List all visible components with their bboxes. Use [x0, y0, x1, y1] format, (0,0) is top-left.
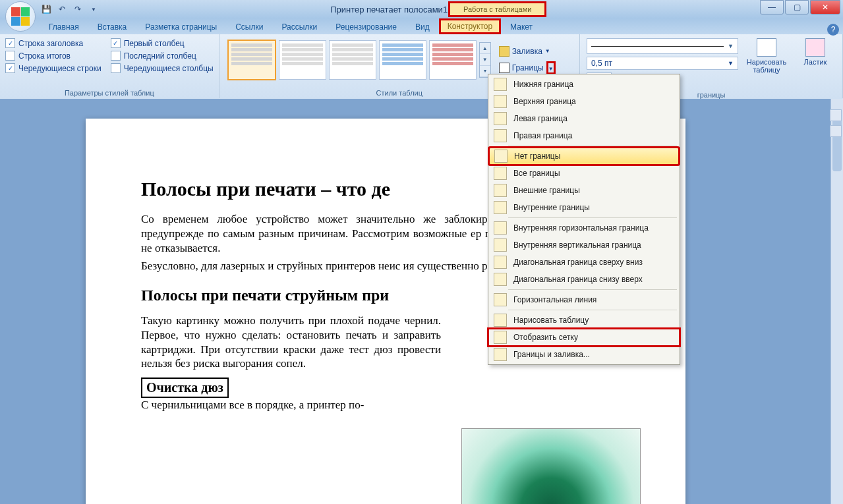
dd-borders-shading[interactable]: Границы и заливка...: [488, 346, 680, 363]
dd-inside-borders[interactable]: Внутренние границы: [488, 199, 680, 216]
document-image: [461, 428, 641, 504]
office-button[interactable]: [5, 1, 36, 32]
line-style-combo[interactable]: ▼: [587, 38, 738, 54]
dd-horizontal-line[interactable]: Горизонтальная линия: [488, 291, 680, 308]
label: Границы: [512, 63, 544, 72]
close-button[interactable]: ✕: [810, 0, 840, 14]
group-label: Параметры стилей таблиц: [5, 88, 214, 97]
check-last-col[interactable]: Последний столбец: [111, 51, 214, 61]
dd-show-grid[interactable]: Отобразить сетку: [488, 329, 680, 346]
label: Левая граница: [513, 114, 567, 123]
border-icon: [494, 256, 507, 269]
grid-icon: [494, 331, 507, 344]
tab-layout[interactable]: Макет: [501, 20, 542, 34]
scroll-down-icon[interactable]: ▼: [480, 54, 490, 65]
caret-icon: ▼: [728, 60, 734, 67]
caret-icon: ▼: [545, 48, 550, 54]
caret-icon: ▼: [548, 66, 554, 72]
label: Внутренние границы: [513, 203, 590, 212]
dd-outside-borders[interactable]: Внешние границы: [488, 182, 680, 199]
tab-review[interactable]: Рецензирование: [326, 20, 406, 34]
table-style-preview[interactable]: [227, 40, 276, 80]
doc-heading-3: Очистка дюз: [141, 378, 229, 398]
style-gallery-scroll[interactable]: ▲▼▾: [479, 42, 491, 78]
label: Диагональная граница сверху вниз: [513, 258, 643, 267]
redo-icon[interactable]: ↷: [71, 3, 84, 16]
check-banded-rows[interactable]: ✓Чередующиеся строки: [5, 63, 102, 73]
label: Диагональная граница снизу вверх: [513, 275, 643, 284]
dd-draw-table[interactable]: Нарисовать таблицу: [488, 312, 680, 329]
check-banded-cols[interactable]: Чередующиеся столбцы: [111, 63, 214, 73]
document-area: Полосы при печати – что де Со временем л…: [0, 99, 843, 504]
dd-top-border[interactable]: Верхняя граница: [488, 93, 680, 110]
label: Строка итогов: [18, 51, 71, 61]
side-icon[interactable]: [830, 125, 842, 137]
label: Нижняя граница: [513, 80, 573, 89]
label: Внутренняя вертикальная граница: [513, 240, 641, 250]
line-weight-combo[interactable]: 0,5 пт▼: [587, 57, 738, 70]
dd-bottom-border[interactable]: Нижняя граница: [488, 76, 680, 93]
undo-icon[interactable]: ↶: [55, 3, 69, 16]
value: 0,5 пт: [591, 59, 612, 68]
dd-all-borders[interactable]: Все границы: [488, 165, 680, 182]
tab-home[interactable]: Главная: [40, 20, 88, 34]
border-icon: [494, 238, 507, 252]
borders-button[interactable]: Границы▼: [495, 60, 560, 76]
label: Все границы: [513, 169, 560, 178]
table-style-preview[interactable]: [329, 40, 376, 80]
table-style-preview[interactable]: [429, 40, 477, 80]
table-style-preview[interactable]: [379, 40, 426, 80]
tab-insert[interactable]: Вставка: [88, 20, 136, 34]
label: Нарисовать таблицу: [513, 316, 589, 325]
minimize-button[interactable]: —: [760, 0, 784, 14]
label: Нарисовать таблицу: [746, 58, 787, 74]
label: Отобразить сетку: [513, 333, 578, 342]
eraser-button[interactable]: Ластик: [794, 37, 837, 90]
title-bar: 💾 ↶ ↷ ▼ Принтер печатает полосами1 - Mic…: [0, 0, 843, 18]
eraser-icon: [805, 38, 825, 57]
shading-button[interactable]: Заливка▼: [495, 45, 560, 58]
border-icon: [494, 201, 507, 214]
table-style-preview[interactable]: [279, 40, 326, 80]
separator: [508, 217, 677, 218]
hline-icon: [494, 293, 507, 306]
help-icon[interactable]: ?: [827, 24, 839, 36]
separator: [508, 289, 677, 290]
tab-view[interactable]: Вид: [406, 20, 439, 34]
check-header-row[interactable]: ✓Строка заголовка: [5, 38, 102, 48]
qat-more-icon[interactable]: ▼: [87, 3, 100, 16]
ruler-toggle-icon[interactable]: [830, 109, 842, 121]
group-table-style-options: ✓Строка заголовка Строка итогов ✓Чередую…: [0, 34, 219, 98]
tab-page-layout[interactable]: Разметка страницы: [136, 20, 226, 34]
vertical-scrollbar[interactable]: [830, 99, 843, 504]
border-icon: [494, 221, 507, 235]
dd-right-border[interactable]: Правая граница: [488, 127, 680, 144]
label: Заливка: [512, 47, 542, 56]
dd-inside-v-border[interactable]: Внутренняя вертикальная граница: [488, 237, 680, 254]
label: Ластик: [804, 58, 827, 66]
dd-left-border[interactable]: Левая граница: [488, 110, 680, 127]
dd-inside-h-border[interactable]: Внутренняя горизонтальная граница: [488, 219, 680, 237]
border-icon: [494, 167, 507, 180]
label: Границы и заливка...: [513, 350, 590, 359]
border-icon: [494, 129, 507, 142]
maximize-button[interactable]: ▢: [785, 0, 809, 14]
dd-diag-up[interactable]: Диагональная граница снизу вверх: [488, 271, 680, 288]
tab-mailings[interactable]: Рассылки: [272, 20, 326, 34]
dd-diag-down[interactable]: Диагональная граница сверху вниз: [488, 254, 680, 271]
doc-paragraph: С чернильницами все в порядке, а принтер…: [141, 398, 441, 412]
borders-dropdown: Нижняя граница Верхняя граница Левая гра…: [488, 74, 680, 365]
draw-icon: [494, 314, 507, 327]
tab-design[interactable]: Конструктор: [439, 18, 501, 34]
label: Первый столбец: [124, 39, 185, 48]
check-total-row[interactable]: Строка итогов: [5, 51, 102, 61]
label: Чередующиеся строки: [18, 64, 102, 73]
save-icon[interactable]: 💾: [40, 3, 53, 16]
scroll-up-icon[interactable]: ▲: [480, 43, 490, 54]
borders-icon: [499, 63, 509, 73]
dd-no-border[interactable]: Нет границы: [489, 148, 679, 165]
check-first-col[interactable]: ✓Первый столбец: [111, 38, 214, 48]
border-icon: [494, 112, 507, 125]
draw-table-button[interactable]: Нарисовать таблицу: [745, 37, 788, 90]
tab-references[interactable]: Ссылки: [226, 20, 272, 34]
